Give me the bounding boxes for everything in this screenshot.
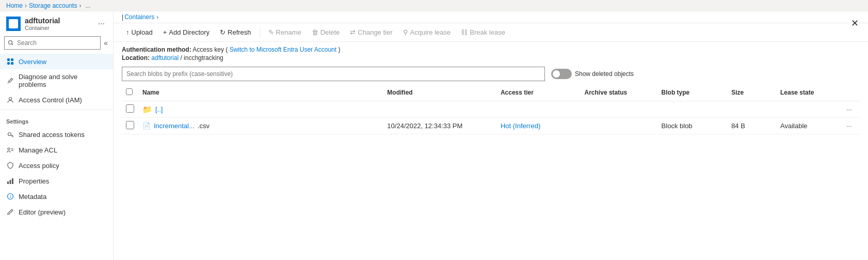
sidebar-item-metadata[interactable]: i Metadata bbox=[0, 189, 113, 204]
show-deleted-toggle[interactable] bbox=[551, 69, 572, 79]
col-header-modified[interactable]: Modified bbox=[383, 84, 496, 101]
col-header-name[interactable]: Name bbox=[138, 84, 383, 101]
toggle-thumb bbox=[553, 70, 560, 78]
row-1-name-link[interactable]: [..] bbox=[155, 105, 163, 113]
sidebar-item-iam[interactable]: Access Control (IAM) bbox=[0, 92, 113, 108]
row-2-name-link[interactable]: Incremental... bbox=[154, 122, 195, 130]
table-wrap: Name Modified Access tier Archive status… bbox=[114, 84, 868, 260]
delete-button[interactable]: 🗑 Delete bbox=[308, 26, 344, 38]
app-subtitle: Container bbox=[25, 25, 92, 31]
acquire-lease-button[interactable]: ⚲ Acquire lease bbox=[399, 26, 455, 38]
row-2-lease: Available bbox=[776, 118, 839, 134]
info-circle-icon: i bbox=[6, 192, 14, 201]
row-1-size bbox=[727, 101, 776, 118]
sidebar-title-block: adftutorial Container bbox=[25, 17, 92, 31]
col-header-access-tier[interactable]: Access tier bbox=[496, 84, 581, 101]
top-breadcrumb: Home › Storage accounts › ... bbox=[0, 0, 868, 11]
row-1-modified bbox=[383, 101, 496, 118]
settings-section-title: Settings bbox=[0, 112, 113, 127]
shield-icon bbox=[6, 161, 14, 170]
sidebar-item-overview[interactable]: Overview bbox=[0, 54, 113, 69]
row-2-actions: ··· bbox=[839, 118, 860, 134]
sidebar-item-access-policy-label: Access policy bbox=[19, 162, 59, 170]
col-header-lease-state[interactable]: Lease state bbox=[776, 84, 839, 101]
sub-bc-sep: › bbox=[156, 13, 158, 21]
col-header-archive-status[interactable]: Archive status bbox=[581, 84, 657, 101]
breadcrumb-storage[interactable]: Storage accounts bbox=[29, 2, 77, 9]
app-logo bbox=[6, 17, 21, 31]
change-tier-button[interactable]: ⇄ Change tier bbox=[346, 26, 396, 38]
auth-paren-close: ) bbox=[338, 46, 340, 53]
sidebar-more-button[interactable]: ··· bbox=[96, 18, 107, 29]
col-header-size[interactable]: Size bbox=[727, 84, 776, 101]
row-2-blobtype: Block blob bbox=[657, 118, 728, 134]
col-header-actions bbox=[839, 84, 860, 101]
acquire-lease-icon: ⚲ bbox=[403, 28, 408, 36]
row-1-archive bbox=[581, 101, 657, 118]
row-2-size: 84 B bbox=[727, 118, 776, 134]
rename-button[interactable]: ✎ Rename bbox=[264, 26, 306, 38]
breadcrumb-home[interactable]: Home bbox=[6, 2, 23, 9]
auth-location-prefix: Location: bbox=[122, 54, 150, 62]
row-1-checkbox[interactable] bbox=[126, 104, 134, 113]
sidebar-item-shared-access-label: Shared access tokens bbox=[19, 131, 85, 139]
breadcrumb-sep-1: › bbox=[25, 2, 27, 9]
sidebar-header: adftutorial Container ··· bbox=[0, 11, 113, 34]
col-header-blob-type[interactable]: Blob type bbox=[657, 84, 728, 101]
add-directory-button[interactable]: + Add Directory bbox=[159, 26, 214, 38]
auth-location-account-link[interactable]: adftutorial bbox=[151, 54, 179, 62]
sidebar-item-editor-label: Editor (preview) bbox=[19, 208, 66, 216]
change-tier-icon: ⇄ bbox=[350, 28, 356, 36]
break-lease-button[interactable]: ⛓ Break lease bbox=[457, 26, 509, 38]
auth-paren-open: ( bbox=[226, 46, 228, 53]
upload-button[interactable]: ↑ Upload bbox=[122, 26, 157, 38]
row-2-name-suffix: .csv bbox=[198, 122, 210, 130]
toolbar: ↑ Upload + Add Directory ↻ Refresh ✎ Ren… bbox=[114, 23, 868, 42]
row-1-name-cell: 📁 [..] bbox=[138, 101, 383, 118]
row-1-lease bbox=[776, 101, 839, 118]
key-icon bbox=[6, 130, 14, 139]
person-badge-icon bbox=[6, 96, 14, 104]
search-input[interactable] bbox=[4, 36, 101, 50]
row-1-more-button[interactable]: ··· bbox=[843, 104, 855, 114]
refresh-button[interactable]: ↻ Refresh bbox=[216, 26, 255, 38]
sidebar-item-shared-access[interactable]: Shared access tokens bbox=[0, 127, 113, 142]
chart-bar-icon bbox=[6, 177, 14, 185]
logo-inner bbox=[9, 19, 18, 28]
svg-rect-10 bbox=[10, 180, 11, 184]
svg-rect-1 bbox=[11, 58, 13, 61]
sidebar-item-overview-label: Overview bbox=[19, 58, 46, 66]
upload-label: Upload bbox=[132, 28, 153, 36]
row-2-more-button[interactable]: ··· bbox=[843, 121, 855, 131]
auth-location-line: Location: adftutorial / incchgtracking bbox=[122, 54, 860, 62]
sidebar-item-access-policy[interactable]: Access policy bbox=[0, 158, 113, 173]
sidebar-collapse-button[interactable]: « bbox=[103, 38, 109, 48]
select-all-checkbox[interactable] bbox=[126, 88, 133, 95]
sidebar-item-properties[interactable]: Properties bbox=[0, 173, 113, 189]
auth-switch-link[interactable]: Switch to Microsoft Entra User Account bbox=[230, 46, 336, 53]
svg-rect-9 bbox=[7, 181, 9, 184]
refresh-icon: ↻ bbox=[220, 28, 226, 36]
col-header-check bbox=[122, 84, 138, 101]
close-button[interactable]: ✕ bbox=[848, 16, 862, 31]
row-2-checkbox[interactable] bbox=[126, 121, 134, 129]
sidebar-item-editor[interactable]: Editor (preview) bbox=[0, 204, 113, 220]
table-row: 📁 [..] ··· bbox=[122, 101, 860, 118]
acquire-lease-label: Acquire lease bbox=[410, 28, 451, 36]
sidebar-item-diagnose[interactable]: Diagnose and solve problems bbox=[0, 69, 113, 92]
folder-icon: 📁 bbox=[142, 105, 152, 114]
rename-label: Rename bbox=[276, 28, 301, 36]
sidebar-item-manage-acl[interactable]: Manage ACL bbox=[0, 142, 113, 158]
sub-bc-containers[interactable]: Containers bbox=[124, 13, 154, 21]
sidebar-item-metadata-label: Metadata bbox=[19, 193, 46, 201]
delete-icon: 🗑 bbox=[312, 28, 318, 36]
blobs-table: Name Modified Access tier Archive status… bbox=[122, 84, 860, 134]
refresh-label: Refresh bbox=[228, 28, 251, 36]
show-deleted-label: Show deleted objects bbox=[575, 70, 634, 78]
blob-search-input[interactable] bbox=[122, 67, 545, 81]
svg-point-4 bbox=[9, 98, 12, 100]
row-1-actions: ··· bbox=[839, 101, 860, 118]
table-row: 📄 Incremental... .csv 10/24/2022, 12:34:… bbox=[122, 118, 860, 134]
breadcrumb-dots[interactable]: ... bbox=[85, 2, 90, 9]
add-directory-label: Add Directory bbox=[169, 28, 210, 36]
